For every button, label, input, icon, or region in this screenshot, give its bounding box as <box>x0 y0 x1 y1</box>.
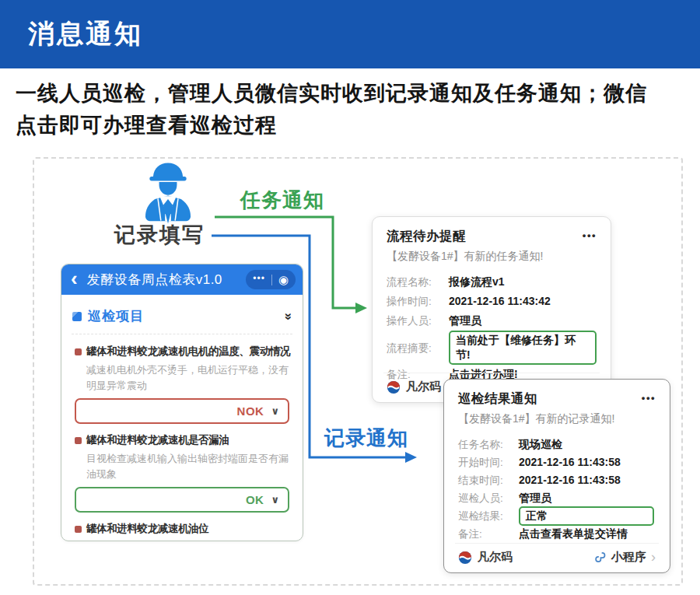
field-label: 结束时间: <box>458 474 519 488</box>
card-subtitle: 【发酵设备1#】有新的记录通知! <box>444 408 670 426</box>
field-value: 管理员 <box>519 491 551 506</box>
phone-nav-bar: ‹ 发酵设备周点检表v1.0 ••• ◉ <box>61 264 303 295</box>
field-value: 报修流程v1 <box>449 275 505 289</box>
field-row: 开始时间: 2021-12-16 11:43:58 <box>458 455 656 470</box>
app-logo-icon <box>458 551 472 565</box>
app-name: 凡尔码 <box>406 380 441 394</box>
item-title-row: 罐体和进料蛟龙减速机电机的温度、震动情况 <box>75 344 289 359</box>
inspection-item: 罐体和进料蛟龙减速机电机的温度、震动情况 减速机电机外壳不烫手，电机运行平稳，没… <box>75 344 289 424</box>
item-bullet-icon <box>75 348 82 355</box>
inspection-item: 罐体和进料蛟龙减速机是否漏油 目视检查减速机输入输出轴密封端面是否有漏油现象 O… <box>75 432 289 513</box>
app-name: 凡尔码 <box>478 550 513 565</box>
field-row: 备注: 点击查看表单提交详情 <box>458 527 656 541</box>
field-row: 操作时间: 2021-12-16 11:43:42 <box>387 294 597 309</box>
actor-label: 记录填写 <box>114 221 205 249</box>
card-subtitle: 【发酵设备1#】有新的任务通知! <box>373 245 611 264</box>
chevron-double-down-icon[interactable]: » <box>280 313 296 320</box>
back-icon[interactable]: ‹ <box>71 268 78 289</box>
section-icon <box>72 312 82 321</box>
field-label: 备注: <box>458 527 519 541</box>
field-label: 流程名称: <box>387 275 449 289</box>
task-notification-card[interactable]: 流程待办提醒 ••• 【发酵设备1#】有新的任务通知! 流程名称: 报修流程v1… <box>372 216 611 403</box>
app-branding: 凡尔码 <box>387 380 441 394</box>
field-label: 巡检人员: <box>458 492 519 506</box>
inspection-items: 罐体和进料蛟龙减速机电机的温度、震动情况 减速机电机外壳不烫手，电机运行平稳，没… <box>61 334 303 541</box>
page-title: 消息通知 <box>28 16 143 52</box>
item-title: 罐体和进料蛟龙减速机电机的温度、震动情况 <box>86 344 290 359</box>
field-row: 操作人员: 管理员 <box>387 313 597 328</box>
field-row: 结束时间: 2021-12-16 11:43:58 <box>458 473 656 488</box>
item-description: 目视检查减速机输入输出轴密封端面是否有漏油现象 <box>86 451 289 481</box>
chevron-down-icon: ∨ <box>271 405 279 417</box>
section-title: 巡检项目 <box>88 307 144 325</box>
card-title: 流程待办提醒 <box>387 228 466 245</box>
item-title: 罐体和进料蛟龙减速机油位 <box>86 521 208 537</box>
target-icon[interactable]: ◉ <box>278 274 289 285</box>
item-title-row: 罐体和进料蛟龙减速机油位 <box>75 521 289 537</box>
field-value: 2021-12-16 11:43:58 <box>519 473 621 488</box>
form-title: 发酵设备周点检表v1.0 <box>87 271 222 289</box>
field-row: 巡检人员: 管理员 <box>458 491 656 506</box>
card-header: 流程待办提醒 ••• <box>373 217 611 245</box>
app-branding: 凡尔码 <box>458 550 513 565</box>
worker-icon <box>137 162 199 227</box>
item-result-select[interactable]: OK ∨ <box>75 487 289 513</box>
card-fields: 任务名称: 现场巡检 开始时间: 2021-12-16 11:43:58 结束时… <box>444 426 670 541</box>
field-row: 流程名称: 报修流程v1 <box>387 275 597 289</box>
chevron-right-icon: › <box>651 550 656 564</box>
field-label: 开始时间: <box>458 456 519 470</box>
record-notification-card[interactable]: 巡检结果通知 ••• 【发酵设备1#】有新的记录通知! 任务名称: 现场巡检 开… <box>443 379 670 573</box>
field-label: 巡检结果: <box>458 509 519 523</box>
mini-program-label: 小程序 <box>611 550 646 565</box>
item-bullet-icon <box>75 526 82 533</box>
card-header: 巡检结果通知 ••• <box>444 380 670 408</box>
item-result-select[interactable]: NOK ∨ <box>75 398 289 424</box>
field-value-highlighted: 当前处于【维修任务】环节! <box>449 331 597 365</box>
field-label: 流程摘要: <box>387 341 449 355</box>
card-fields: 流程名称: 报修流程v1 操作时间: 2021-12-16 11:43:42 操… <box>373 264 611 382</box>
inspection-item: 罐体和进料蛟龙减速机油位 油位：在视窗内，油位在中高位置； <box>75 521 289 541</box>
field-label: 任务名称: <box>458 438 519 452</box>
app-logo-icon <box>387 380 401 394</box>
mini-program-icon <box>595 551 607 563</box>
field-label: 操作人员: <box>387 313 449 328</box>
chevron-down-icon: ∨ <box>271 494 279 506</box>
field-label: 操作时间: <box>387 294 449 309</box>
item-description: 减速机电机外壳不烫手，电机运行平稳，没有明显异常震动 <box>86 362 289 393</box>
wechat-capsule: ••• ◉ <box>246 270 296 289</box>
card-title: 巡检结果通知 <box>458 390 537 408</box>
field-value: 点击查看表单提交详情 <box>519 527 628 541</box>
item-description: 油位：在视窗内，油位在中高位置； <box>86 540 289 541</box>
more-icon[interactable]: ••• <box>642 392 656 404</box>
field-row: 巡检结果: 正常 <box>458 509 656 523</box>
item-title: 罐体和进料蛟龙减速机是否漏油 <box>86 432 229 448</box>
record-arrow-label: 记录通知 <box>324 425 408 452</box>
select-value: OK <box>246 493 264 506</box>
inspection-form-phone: ‹ 发酵设备周点检表v1.0 ••• ◉ 巡检项目 » 罐体和进料蛟龙减速机电机… <box>61 264 303 541</box>
item-bullet-icon <box>75 437 82 444</box>
field-value: 2021-12-16 11:43:42 <box>449 294 551 309</box>
more-icon[interactable]: ••• <box>253 274 265 283</box>
capsule-divider <box>271 275 272 285</box>
field-value: 2021-12-16 11:43:58 <box>519 455 621 470</box>
mini-program-link[interactable]: 小程序 › <box>595 550 656 565</box>
field-value: 管理员 <box>449 313 481 328</box>
select-value: NOK <box>237 404 264 418</box>
field-row: 流程摘要: 当前处于【维修任务】环节! <box>387 333 597 362</box>
field-value-highlighted: 正常 <box>519 506 654 526</box>
field-value: 现场巡检 <box>519 437 562 452</box>
more-icon[interactable]: ••• <box>583 229 597 241</box>
page-banner: 消息通知 <box>0 0 700 68</box>
section-header[interactable]: 巡检项目 » <box>61 295 303 334</box>
item-title-row: 罐体和进料蛟龙减速机是否漏油 <box>75 432 289 448</box>
intro-text: 一线人员巡检，管理人员微信实时收到记录通知及任务通知；微信点击即可办理查看巡检过… <box>16 78 652 142</box>
field-row: 任务名称: 现场巡检 <box>458 437 656 452</box>
card-footer: 凡尔码 小程序 › <box>455 543 659 565</box>
task-arrow-label: 任务通知 <box>240 187 324 214</box>
